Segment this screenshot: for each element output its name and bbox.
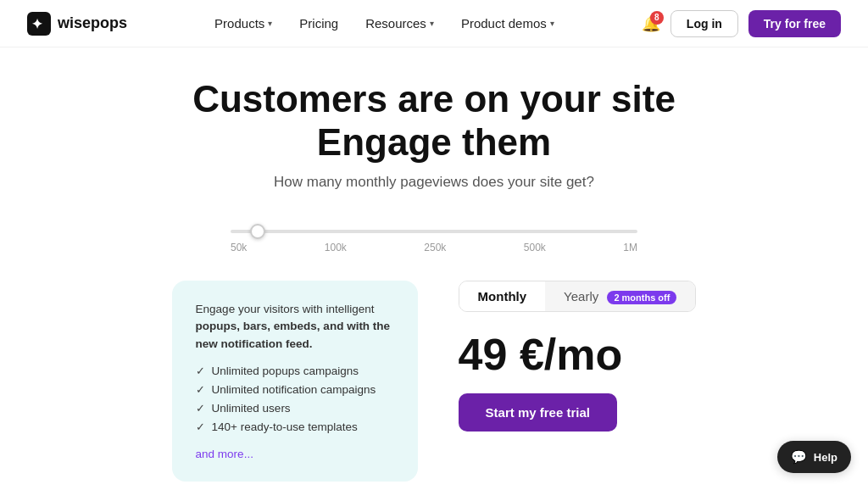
resources-chevron-icon: ▾ <box>430 19 434 28</box>
content-row: Engage your visitors with intelligent po… <box>0 260 868 482</box>
nav-products[interactable]: Products ▾ <box>204 11 282 36</box>
nav-resources[interactable]: Resources ▾ <box>355 11 444 36</box>
logo-text: wisepops <box>58 14 127 32</box>
start-trial-button[interactable]: Start my free trial <box>459 393 617 432</box>
label-250k: 250k <box>424 242 446 253</box>
monthly-toggle[interactable]: Monthly <box>459 281 546 311</box>
savings-badge: 2 months off <box>607 291 676 304</box>
nav-actions: 🔔 8 Log in Try for free <box>642 10 841 37</box>
features-list: ✓ Unlimited popups campaigns ✓ Unlimited… <box>196 365 394 433</box>
list-item: ✓ 140+ ready-to-use templates <box>196 420 394 433</box>
slider-labels: 50k 100k 250k 500k 1M <box>231 242 637 253</box>
bell-badge: 8 <box>650 11 664 25</box>
features-card: Engage your visitors with intelligent po… <box>172 281 418 482</box>
yearly-toggle[interactable]: Yearly 2 months off <box>545 281 695 311</box>
slider-wrap <box>231 221 637 237</box>
products-chevron-icon: ▾ <box>268 19 272 28</box>
hero-title: Customers are on your site Engage them <box>0 78 868 164</box>
billing-toggle: Monthly Yearly 2 months off <box>459 281 697 312</box>
logo[interactable]: ✦ wisepops <box>27 12 127 36</box>
pageviews-slider[interactable] <box>231 230 637 233</box>
check-icon: ✓ <box>196 383 205 396</box>
pricing-card: Monthly Yearly 2 months off 49 €/mo Star… <box>459 281 697 432</box>
list-item: ✓ Unlimited users <box>196 402 394 415</box>
check-icon: ✓ <box>196 420 205 433</box>
login-button[interactable]: Log in <box>670 10 738 37</box>
list-item: ✓ Unlimited notification campaigns <box>196 383 394 396</box>
help-chat-button[interactable]: 💬 Help <box>777 441 851 473</box>
and-more-link[interactable]: and more... <box>196 448 253 460</box>
list-item: ✓ Unlimited popups campaigns <box>196 365 394 377</box>
check-icon: ✓ <box>196 365 205 377</box>
label-50k: 50k <box>231 242 247 253</box>
label-100k: 100k <box>325 242 347 253</box>
try-for-free-button[interactable]: Try for free <box>748 10 841 37</box>
hero-section: Customers are on your site Engage them H… <box>0 47 868 204</box>
demos-chevron-icon: ▾ <box>550 19 554 28</box>
logo-icon: ✦ <box>27 12 51 36</box>
price-display: 49 €/mo <box>459 332 623 376</box>
pageviews-slider-section: 50k 100k 250k 500k 1M <box>0 204 868 260</box>
features-description: Engage your visitors with intelligent po… <box>196 301 394 353</box>
navbar: ✦ wisepops Products ▾ Pricing Resources … <box>0 0 868 47</box>
nav-product-demos[interactable]: Product demos ▾ <box>451 11 565 36</box>
hero-subtitle: How many monthly pageviews does your sit… <box>0 174 868 191</box>
svg-text:✦: ✦ <box>31 17 43 31</box>
chat-icon: 💬 <box>791 449 807 465</box>
nav-links: Products ▾ Pricing Resources ▾ Product d… <box>204 11 565 36</box>
check-icon: ✓ <box>196 402 205 415</box>
label-500k: 500k <box>524 242 546 253</box>
nav-pricing[interactable]: Pricing <box>289 11 348 36</box>
bell-button[interactable]: 🔔 8 <box>642 14 660 33</box>
label-1m: 1M <box>623 242 637 253</box>
